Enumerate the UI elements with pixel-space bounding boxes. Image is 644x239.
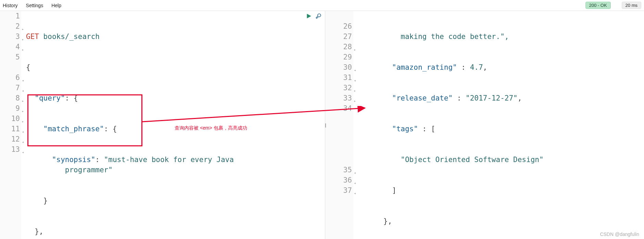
json-number: 4.7: [470, 63, 483, 71]
wrench-icon[interactable]: [315, 13, 321, 21]
brace: },: [26, 227, 43, 236]
json-string: "Object Oriented Software Design": [357, 156, 544, 164]
json-key: "release_date": [357, 94, 453, 102]
run-icon[interactable]: [306, 13, 312, 21]
menubar: History Settings Help 200 - OK 20 ms: [0, 0, 644, 11]
response-viewer[interactable]: 262728▸2930◂31◂32▸33▸3435◂36◂37◂ making …: [325, 11, 644, 239]
brace: }: [26, 197, 48, 205]
response-code[interactable]: making the code better.", "amazon_rating…: [353, 11, 644, 239]
json-key: "match_phrase": [26, 125, 104, 133]
punct: : {: [104, 125, 117, 133]
menu-settings[interactable]: Settings: [26, 3, 43, 8]
request-path: books/_search: [43, 32, 100, 41]
json-string: making the code better.",: [357, 32, 509, 41]
right-gutter: 262728▸2930◂31◂32▸33▸3435◂36◂37◂: [325, 11, 353, 239]
json-string: "2017-12-27": [466, 94, 518, 102]
json-key: "query": [26, 94, 65, 102]
watermark: CSDN @dangfulin: [600, 231, 639, 237]
annotation-text: 查询内容被 <em> 包裹，高亮成功: [175, 125, 247, 131]
request-editor[interactable]: 12▸3▸4▸56◂7◂8▸9▸10▸11◂12◂13◂ GET books/_…: [0, 11, 325, 239]
punct: :: [95, 156, 104, 164]
punct: ,: [483, 63, 488, 71]
punct: : {: [65, 94, 78, 102]
json-key: "tags": [357, 125, 418, 133]
brace: {: [26, 63, 30, 71]
menu-help[interactable]: Help: [51, 3, 61, 8]
json-key: "amazon_rating": [357, 63, 457, 71]
punct: :: [457, 63, 470, 71]
http-method: GET: [26, 32, 39, 41]
punct: :: [453, 94, 466, 102]
response-time: 20 ms: [622, 2, 641, 9]
menu-history[interactable]: History: [3, 3, 18, 8]
punct: : [: [418, 125, 435, 133]
brace: },: [357, 217, 392, 225]
pane-splitter[interactable]: ||: [325, 123, 326, 128]
left-gutter: 12▸3▸4▸56◂7◂8▸9▸10▸11◂12◂13◂: [0, 11, 21, 239]
json-key: "synopsis": [26, 156, 95, 164]
status-badge: 200 - OK: [585, 2, 611, 9]
request-code[interactable]: GET books/_search { "query": { "match_ph…: [21, 11, 325, 239]
brace: ]: [357, 186, 396, 195]
punct: ,: [518, 94, 522, 102]
